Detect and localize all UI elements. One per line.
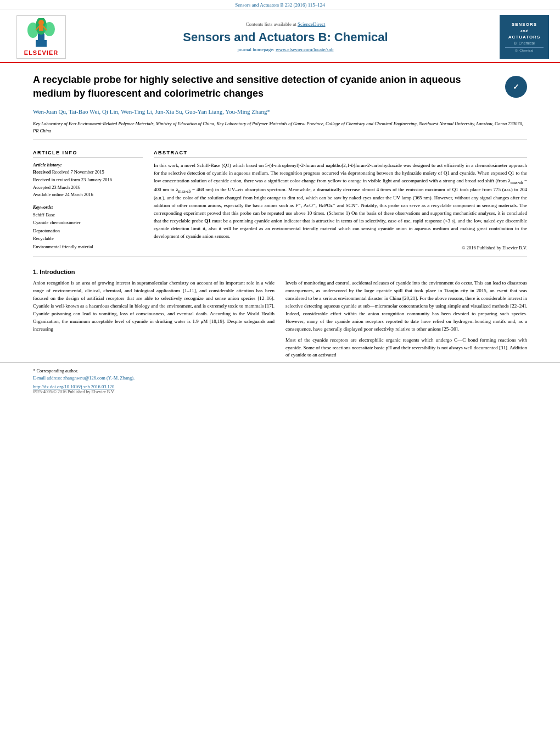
received-date: Received Received 7 November 2015	[33, 169, 143, 176]
article-info-abstract: ARTICLE INFO Article history: Received R…	[0, 150, 560, 250]
accepted-date: Accepted 23 March 2016	[33, 184, 143, 192]
intro-col-right: levels of monitoring and control, accide…	[285, 280, 527, 362]
intro-para-2: levels of monitoring and control, accide…	[285, 280, 527, 333]
contents-available: Contents lists available at ScienceDirec…	[71, 21, 500, 27]
section-divider-1	[33, 256, 527, 256]
journal-homepage: journal homepage: www.elsevier.com/locat…	[71, 47, 500, 52]
keyword-4: Recyclable	[33, 235, 143, 242]
introduction-title: 1. Introduction	[33, 269, 527, 275]
abstract-column: ABSTRACT In this work, a novel Schiff-Ba…	[154, 150, 527, 250]
keyword-2: Cyanide chemodosimeter	[33, 219, 143, 226]
footnote-section: * Corresponding author. E-mail address: …	[0, 362, 560, 394]
elsevier-text: ELSEVIER	[24, 49, 58, 56]
sciencedirect-link[interactable]: ScienceDirect	[298, 21, 325, 27]
sensors-logo-text: SENSORS and ACTUATORS	[508, 21, 540, 40]
introduction-header-section: 1. Introduction	[0, 262, 560, 275]
keyword-5: Environmental friendly material	[33, 243, 143, 250]
header-center: Contents lists available at ScienceDirec…	[71, 21, 500, 52]
keywords-label: Keywords:	[33, 204, 143, 210]
article-dates: Received Received 7 November 2015 Receiv…	[33, 169, 143, 198]
sensors-actuators-logo: SENSORS and ACTUATORS B: Chemical B: Che…	[500, 15, 549, 59]
history-label: Article history:	[33, 162, 143, 168]
elsevier-box: ELSEVIER	[16, 15, 66, 59]
svg-rect-1	[38, 34, 44, 41]
keywords-list: Schiff-Base Cyanide chemodosimeter Depro…	[33, 211, 143, 250]
article-authors: Wen-Juan Qu, Tai-Bao Wei, Qi Lin, Wen-Ti…	[33, 107, 527, 117]
copyright: © 2016 Published by Elsevier B.V.	[154, 245, 527, 250]
svg-point-5	[38, 20, 44, 25]
svg-rect-6	[39, 25, 43, 31]
issn-line: 0925-4005/© 2016 Published by Elsevier B…	[33, 389, 527, 394]
intro-col-left: Anion recognition is an area of growing …	[33, 280, 275, 362]
citation-text: Sensors and Actuators B 232 (2016) 115–1…	[235, 2, 325, 8]
page: Sensors and Actuators B 232 (2016) 115–1…	[0, 0, 560, 742]
divider-1	[33, 140, 527, 140]
journal-header: ELSEVIER Contents lists available at Sci…	[0, 9, 560, 63]
article-title: A recyclable probe for highly selective …	[33, 73, 505, 101]
abstract-header: ABSTRACT	[154, 150, 527, 158]
intro-para-3: Most of the cyanide receptors are electr…	[285, 337, 527, 360]
intro-para-1: Anion recognition is an area of growing …	[33, 280, 275, 333]
article-info-header: ARTICLE INFO	[33, 150, 143, 158]
doi-line[interactable]: http://dx.doi.org/10.1016/j.snb.2016.03.…	[33, 384, 527, 389]
journal-title: Sensors and Actuators B: Chemical	[71, 30, 500, 44]
elsevier-tree-icon	[19, 18, 63, 48]
article-title-section: A recyclable probe for highly selective …	[0, 63, 560, 150]
available-online-date: Available online 24 March 2016	[33, 191, 143, 199]
top-banner: Sensors and Actuators B 232 (2016) 115–1…	[0, 0, 560, 9]
sensors-logo-sub: B: Chemical	[514, 41, 535, 45]
introduction-body: Anion recognition is an area of growing …	[0, 280, 560, 362]
abstract-text: In this work, a novel Schiff-Base (Q1) w…	[154, 162, 527, 240]
article-title-area: A recyclable probe for highly selective …	[33, 73, 527, 101]
crossmark-icon[interactable]: ✓	[505, 76, 527, 98]
svg-text:✓: ✓	[513, 82, 519, 91]
article-info-column: ARTICLE INFO Article history: Received R…	[33, 150, 143, 250]
elsevier-logo-section: ELSEVIER	[11, 15, 71, 59]
received-revised-date: Received in revised form 23 January 2016	[33, 176, 143, 184]
keyword-1: Schiff-Base	[33, 211, 143, 219]
homepage-url[interactable]: www.elsevier.com/locate/snb	[276, 47, 333, 52]
email-footnote: E-mail address: zhangnwnu@126.com (Y.-M.…	[33, 375, 527, 382]
corresponding-footnote: * Corresponding author.	[33, 367, 527, 375]
keyword-3: Deprotonation	[33, 227, 143, 235]
article-affiliations: Key Laboratory of Eco-Environment-Relate…	[33, 120, 527, 135]
